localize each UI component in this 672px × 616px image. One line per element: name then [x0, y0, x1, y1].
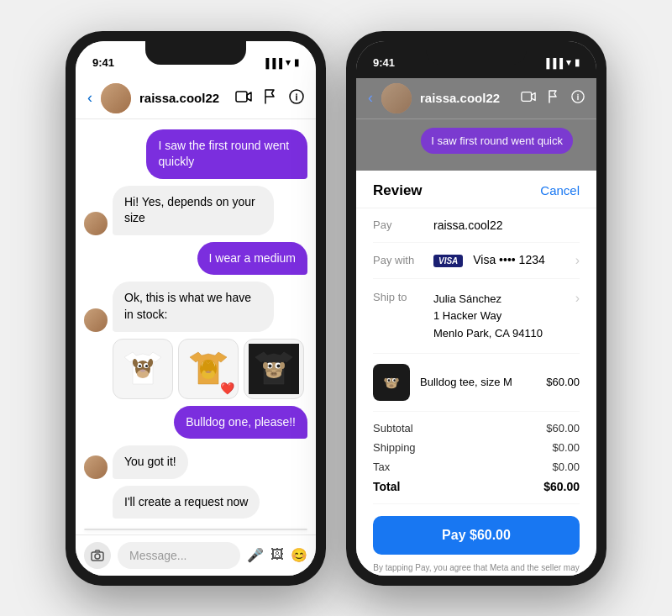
- svg-point-44: [393, 379, 396, 382]
- svg-point-31: [274, 372, 276, 374]
- svg-point-28: [277, 364, 281, 367]
- cancel-button[interactable]: Cancel: [540, 183, 580, 197]
- status-icons-left: ▐▐▐ ▾ ▮: [263, 57, 299, 68]
- input-bar-left: Message... 🎤 🖼 😊: [76, 534, 316, 576]
- heart-badge: ❤️: [220, 382, 234, 395]
- mic-icon[interactable]: 🎤: [247, 547, 264, 563]
- bulldog-tshirt-image: [249, 344, 299, 394]
- svg-point-8: [145, 365, 148, 367]
- back-button-left[interactable]: ‹: [87, 89, 92, 107]
- svg-point-33: [280, 362, 285, 369]
- ship-address1: 1 Hacker Way: [433, 308, 565, 325]
- subtotal-row: Subtotal $60.00: [373, 419, 580, 438]
- pay-big-button[interactable]: Pay $60.00: [373, 516, 580, 555]
- svg-point-7: [139, 365, 141, 367]
- username-right[interactable]: raissa.cool22: [420, 91, 512, 105]
- photo-icon[interactable]: 🖼: [270, 547, 284, 563]
- svg-point-29: [270, 371, 277, 376]
- svg-point-30: [271, 372, 273, 374]
- disclaimer-text: By tapping Pay, you agree that Meta and …: [373, 561, 580, 576]
- notch: [145, 41, 246, 65]
- product-image: [373, 364, 410, 401]
- payment-header: 💰 Payment requested Total: $60 Bulldog t…: [85, 529, 307, 530]
- payment-card: 💰 Payment requested Total: $60 Bulldog t…: [84, 529, 307, 530]
- ship-to-label: Ship to: [373, 291, 423, 303]
- right-screen: 9:41 ▐▐▐ ▾ ▮ ‹ raissa.cool22: [356, 41, 596, 576]
- bubble-received-4: I'll create a request now: [113, 486, 260, 519]
- ship-to-chevron: ›: [575, 291, 580, 306]
- battery-icon: ▮: [294, 57, 299, 68]
- video-icon-right[interactable]: [521, 91, 536, 106]
- left-screen: 9:41 ▐▐▐ ▾ ▮ ‹ raissa.cool22: [76, 41, 316, 576]
- msg-received-1: Hi! Yes, depends on your size: [84, 186, 307, 235]
- tshirt-golden: ❤️: [178, 339, 239, 399]
- pay-with-chevron: ›: [575, 253, 580, 268]
- message-input-left[interactable]: Message...: [118, 542, 240, 569]
- ship-address2: Menlo Park, CA 94110: [433, 325, 565, 343]
- review-header: Review Cancel: [356, 171, 596, 208]
- msg-sent-3: Bulldog one, please!!: [84, 406, 307, 440]
- camera-button[interactable]: [84, 542, 111, 569]
- wifi-icon-right: ▾: [566, 57, 571, 68]
- svg-point-47: [396, 378, 399, 382]
- svg-rect-36: [522, 92, 532, 101]
- shipping-row: Shipping $0.00: [373, 438, 580, 457]
- emoji-icon[interactable]: 😊: [291, 547, 307, 563]
- back-button-right[interactable]: ‹: [368, 89, 373, 107]
- review-nav-icons: [521, 90, 585, 107]
- review-panel: Review Cancel Pay raissa.cool22 Pay with…: [356, 171, 596, 576]
- total-label: Total: [373, 480, 400, 493]
- signal-icon-right: ▐▐▐: [543, 58, 563, 68]
- svg-rect-0: [236, 92, 247, 102]
- tshirt-bulldog: [244, 339, 304, 399]
- collie-tshirt-image: [118, 344, 168, 394]
- preview-bubble-container: I saw first round went quick: [356, 119, 596, 171]
- flag-icon-left[interactable]: [264, 89, 277, 108]
- info-icon-left[interactable]: [289, 89, 304, 108]
- flag-icon-right[interactable]: [548, 90, 559, 107]
- avatar-image-left: [101, 83, 131, 113]
- signal-icon: ▐▐▐: [263, 58, 282, 68]
- svg-point-27: [269, 364, 272, 367]
- wifi-icon: ▾: [286, 57, 291, 68]
- ship-to-address: Julia Sánchez 1 Hacker Way Menlo Park, C…: [433, 291, 565, 343]
- msg-received-3: You got it!: [84, 445, 307, 479]
- ship-name: Julia Sánchez: [433, 291, 565, 308]
- svg-point-32: [263, 362, 268, 369]
- svg-point-35: [95, 554, 100, 559]
- input-icons-left: 🎤 🖼 😊: [247, 547, 307, 563]
- tax-row: Tax $0.00: [373, 457, 580, 476]
- product-price: $60.00: [546, 376, 580, 388]
- pay-label: Pay: [373, 218, 423, 231]
- pay-with-row[interactable]: Pay with VISA Visa •••• 1234 ›: [373, 243, 580, 279]
- totals-section: Subtotal $60.00 Shipping $0.00 Tax $0.00…: [373, 412, 580, 504]
- msg-sent-2: I wear a medium: [84, 242, 307, 276]
- svg-point-45: [389, 384, 393, 387]
- review-title: Review: [373, 182, 423, 199]
- ship-to-row[interactable]: Ship to Julia Sánchez 1 Hacker Way Menlo…: [373, 279, 580, 354]
- info-icon-right[interactable]: [571, 90, 585, 107]
- username-left[interactable]: raissa.cool22: [139, 91, 227, 105]
- pay-recipient: raissa.cool22: [433, 218, 580, 232]
- total-row: Total $60.00: [373, 476, 580, 497]
- msg-sent-1: I saw the first round went quickly: [84, 129, 307, 179]
- svg-point-9: [140, 369, 145, 371]
- shipping-value: $0.00: [552, 441, 580, 454]
- msg-avatar-2: [84, 308, 108, 332]
- product-row: Bulldog tee, size M $60.00: [373, 354, 580, 412]
- svg-point-43: [388, 379, 391, 382]
- bubble-received-2: Ok, this is what we have in stock:: [113, 282, 274, 331]
- nav-bar-left: ‹ raissa.cool22: [76, 78, 316, 119]
- tshirt-row: ❤️: [84, 339, 307, 399]
- battery-icon-right: ▮: [575, 57, 580, 68]
- msg-avatar-3: [84, 455, 108, 479]
- time-left: 9:41: [92, 56, 114, 69]
- video-icon-left[interactable]: [235, 91, 252, 106]
- total-value: $60.00: [543, 480, 580, 493]
- subtotal-value: $60.00: [546, 422, 580, 434]
- svg-point-46: [384, 378, 387, 382]
- review-body: Pay raissa.cool22 Pay with VISA Visa •••…: [356, 208, 596, 576]
- notch-right: [426, 41, 527, 65]
- chat-area-left: I saw the first round went quickly Hi! Y…: [76, 119, 316, 534]
- right-phone: 9:41 ▐▐▐ ▾ ▮ ‹ raissa.cool22: [346, 31, 606, 586]
